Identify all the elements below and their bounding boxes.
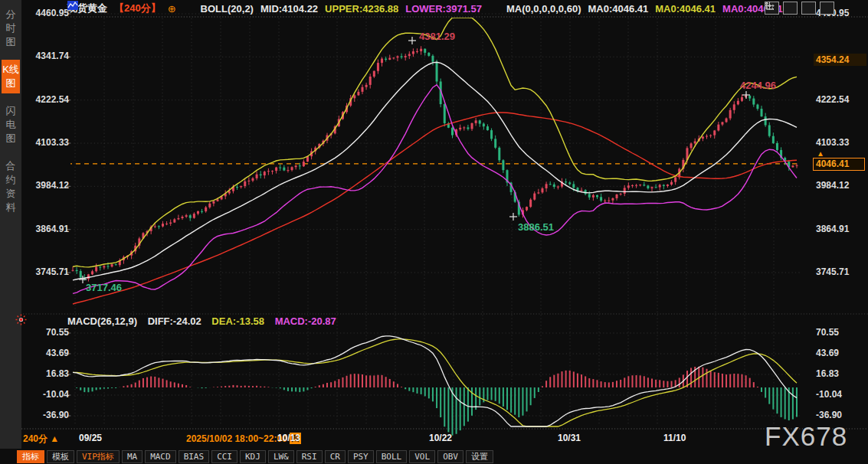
- boll-chart-icon[interactable]: [183, 4, 194, 13]
- toolbar-item-模板[interactable]: 模板: [47, 450, 74, 463]
- price-annotation: 4381.29: [419, 31, 455, 42]
- price-axis-label-left: 4341.74: [25, 51, 69, 61]
- price-annotation: 3886.51: [518, 221, 554, 233]
- current-price-badge: 4046.41: [813, 158, 865, 171]
- macd-axis-label-right: 43.69: [816, 348, 839, 358]
- price-annotation: 4244.96: [740, 80, 776, 91]
- macd-axis-label-left: 16.83: [25, 368, 69, 379]
- price-axis-label-left: 4460.95: [25, 8, 69, 18]
- sidebar-item-0[interactable]: 分时图: [3, 5, 18, 52]
- chart-type-sidebar: 分时图K线图闪电图合约资料: [0, 0, 21, 449]
- macd-macd-value: MACD:-20.87: [275, 315, 336, 327]
- tooltip-datetime: 2025/10/02 18:00~22:00: [186, 433, 287, 444]
- toolbar-item-MA[interactable]: MA: [122, 450, 142, 463]
- toolbar-item-KDJ[interactable]: KDJ: [240, 450, 266, 463]
- session-high-badge: 4354.24: [814, 54, 866, 66]
- toolbar-item-MACD[interactable]: MACD: [145, 450, 176, 463]
- price-axis-label-right: 3745.71: [816, 266, 849, 277]
- price-axis-label-right: 3864.91: [816, 224, 849, 234]
- sidebar-item-3[interactable]: 合约资料: [3, 156, 18, 217]
- toolbar-item-CR[interactable]: CR: [325, 450, 346, 463]
- indicator-toolbar: 指标模板VIP指标MAMACDBIASCCIKDJLW&RSICRPSYBOLL…: [17, 449, 493, 464]
- price-chart-canvas[interactable]: [0, 0, 868, 464]
- macd-axis-label-right: -10.04: [816, 389, 842, 400]
- current-price-arrow-icon: ▲: [817, 149, 824, 158]
- boll-label: BOLL(20,2): [201, 3, 254, 15]
- macd-axis-label-right: -36.90: [816, 410, 842, 420]
- toolbar-item-PSY[interactable]: PSY: [348, 450, 374, 463]
- toolbar-item-BIAS[interactable]: BIAS: [179, 450, 210, 463]
- price-annotation: 3717.46: [86, 282, 122, 293]
- period-badge[interactable]: 240分 ▲: [23, 433, 59, 446]
- macd-axis-label-left: -36.90: [25, 410, 69, 420]
- macd-axis-label-left: 43.69: [25, 348, 69, 358]
- toolbar-item-RSI[interactable]: RSI: [296, 450, 323, 463]
- x-axis-zoom-icon[interactable]: [801, 2, 816, 15]
- ma0-value-1: MA0:4046.41: [588, 3, 648, 15]
- toolbar-item-OBV[interactable]: OBV: [437, 450, 463, 463]
- xaxis-date-label-overlapped: 10/13: [277, 433, 300, 443]
- shift-right-icon[interactable]: [820, 2, 834, 15]
- xaxis-date-label: 09/25: [79, 433, 102, 443]
- toolbar-item-VOL[interactable]: VOL: [409, 450, 435, 463]
- macd-dea-value: DEA:-13.58: [211, 315, 264, 327]
- ma-chart-icon[interactable]: [489, 4, 500, 13]
- macd-axis-label-left: -10.04: [25, 389, 69, 400]
- macd-axis-label-right: 16.83: [816, 368, 839, 379]
- sidebar-item-2[interactable]: 闪电图: [3, 101, 18, 149]
- toolbar-item-设置[interactable]: 设置: [466, 450, 493, 463]
- price-axis-label-right: 3984.12: [816, 180, 849, 191]
- xaxis-date-label: 10/31: [558, 433, 581, 443]
- ma0-value-2: MA0:4046.41: [655, 3, 716, 15]
- price-axis-label-left: 4222.54: [25, 94, 69, 105]
- price-axis-label-left: 3745.71: [25, 266, 69, 277]
- macd-axis-label-left: 70.55: [25, 327, 69, 338]
- fx678-watermark: FX678: [765, 421, 847, 452]
- price-axis-label-right: 4222.54: [816, 94, 849, 105]
- toolbar-item-BOLL[interactable]: BOLL: [376, 450, 408, 463]
- chart-scale-controls: [765, 2, 834, 15]
- boll-upper-value: UPPER:4236.88: [325, 3, 398, 15]
- macd-label: MACD(26,12,9): [67, 315, 137, 327]
- y-axis-zoom-icon[interactable]: [783, 2, 798, 15]
- macd-header: MACD(26,12,9) DIFF:-24.02 DEA:-13.58 MAC…: [67, 315, 344, 327]
- trading-app-window: 现货黄金 【240分】 ⊕ BOLL(20,2) MID:4104.22 UPP…: [0, 0, 868, 464]
- toolbar-item-指标[interactable]: 指标: [17, 450, 44, 463]
- period-label[interactable]: 【240分】: [114, 2, 161, 15]
- boll-lower-value: LOWER:3971.57: [405, 3, 482, 15]
- price-axis-label-left: 3864.91: [25, 224, 69, 234]
- price-axis-label-left: 3984.12: [25, 180, 69, 191]
- macd-axis-label-right: 70.55: [816, 327, 839, 338]
- macd-diff-value: DIFF:-24.02: [148, 315, 201, 327]
- price-axis-label-right: 4103.33: [816, 137, 849, 148]
- boll-mid-value: MID:4104.22: [260, 3, 318, 15]
- add-indicator-icon[interactable]: ⊕: [168, 3, 176, 15]
- sidebar-item-1[interactable]: K线图: [2, 60, 20, 93]
- toolbar-item-CCI[interactable]: CCI: [211, 450, 237, 463]
- toolbar-item-VIP指标[interactable]: VIP指标: [77, 450, 120, 463]
- xaxis-date-label: 11/10: [663, 433, 686, 443]
- ma-params: MA(0,0,0,0,0,60): [506, 3, 581, 15]
- toolbar-item-LW&[interactable]: LW&: [268, 450, 294, 463]
- indicator-header: 现货黄金 【240分】 ⊕ BOLL(20,2) MID:4104.22 UPP…: [67, 1, 790, 16]
- price-axis-label-left: 4103.33: [25, 137, 69, 148]
- xaxis-date-label: 10/22: [429, 433, 452, 443]
